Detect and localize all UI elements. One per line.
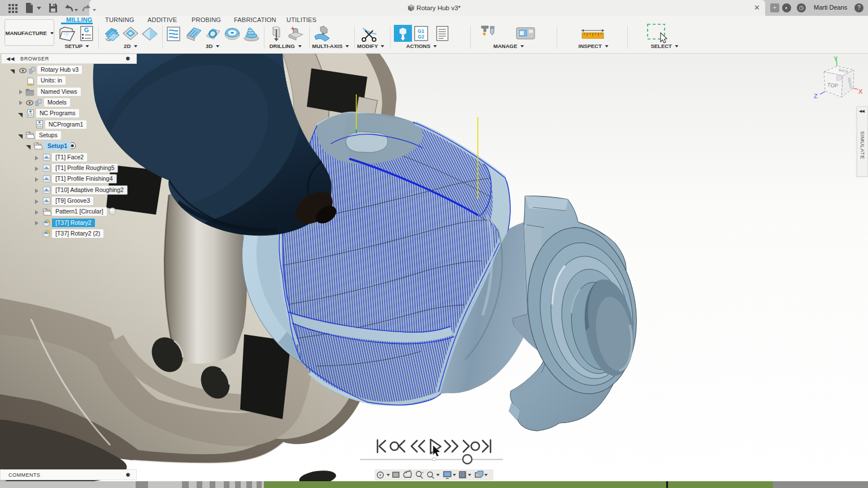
svg-text:+: + xyxy=(422,470,424,474)
svg-text:TOP: TOP xyxy=(827,81,838,89)
svg-text:G1: G1 xyxy=(418,28,424,34)
svg-text:Y: Y xyxy=(834,55,838,62)
svg-text:X: X xyxy=(858,88,863,95)
svg-text:Z: Z xyxy=(814,93,818,99)
svg-text:G2: G2 xyxy=(418,34,424,40)
svg-text:G: G xyxy=(84,27,89,33)
